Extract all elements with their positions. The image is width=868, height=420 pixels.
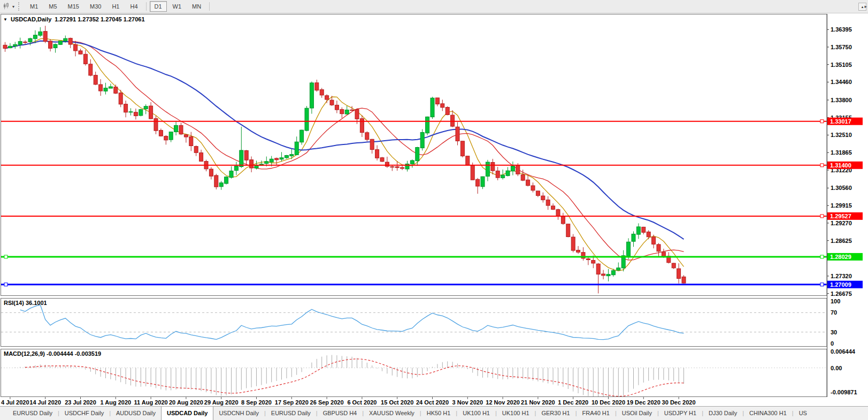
toolbar-drag-handle[interactable] bbox=[18, 2, 21, 11]
timeframe-button-h4[interactable]: H4 bbox=[125, 1, 142, 12]
rsi-layer bbox=[20, 305, 684, 340]
date-axis-label: 20 Aug 2020 bbox=[169, 399, 203, 406]
trading-platform-window: ▾ M1M5M15M30H1H4D1W1MN ▴ 1.363951.357501… bbox=[0, 0, 868, 420]
chart-tab-us-17[interactable]: US bbox=[794, 407, 812, 420]
price-tick-label: 1.33800 bbox=[831, 97, 852, 103]
moving-averages-layer bbox=[5, 39, 684, 271]
date-axis-label: 15 Oct 2020 bbox=[381, 399, 413, 406]
date-axis-label: 8 Sep 2020 bbox=[241, 399, 272, 406]
price-chart-plot[interactable]: 1.363951.357501.351051.344601.338001.331… bbox=[0, 14, 868, 406]
chart-toolbar-icon[interactable] bbox=[2, 2, 12, 11]
hline-handle[interactable] bbox=[4, 255, 7, 258]
chart-title: ▼ USDCAD,Daily 1.27291 1.27352 1.27045 1… bbox=[3, 16, 145, 22]
price-tick-label: 1.29915 bbox=[831, 202, 852, 209]
chart-tab-hk50-h1-8[interactable]: HK50 H1 bbox=[421, 407, 456, 420]
chart-tab-eurusd-daily-5[interactable]: EURUSD Daily bbox=[266, 407, 316, 420]
date-axis-label: 4 Jul 2020 bbox=[1, 399, 29, 406]
rsi-indicator-label: RSI(14) 36.1001 bbox=[4, 300, 47, 306]
timeframe-button-mn[interactable]: MN bbox=[187, 1, 206, 12]
chart-ohlc-values: 1.27291 1.27352 1.27045 1.27061 bbox=[55, 16, 144, 22]
date-axis-label: 1 Aug 2020 bbox=[100, 399, 131, 406]
chart-tab-eurusd-daily-0[interactable]: EURUSD Daily bbox=[7, 407, 58, 420]
chart-tab-usdjpy-h1-14[interactable]: USDJPY H1 bbox=[659, 407, 702, 420]
chart-tab-gbpusd-h4-6[interactable]: GBPUSD H4 bbox=[318, 407, 363, 420]
hline-handle[interactable] bbox=[820, 215, 824, 218]
chart-collapse-arrow-icon[interactable]: ▼ bbox=[3, 17, 7, 22]
price-tick-label: 1.32510 bbox=[831, 132, 852, 138]
price-tick-label: 1.30560 bbox=[831, 185, 852, 191]
date-axis-label: 23 Jul 2020 bbox=[65, 399, 96, 406]
chart-tab-usdcad-daily-3[interactable]: USDCAD Daily bbox=[161, 407, 213, 420]
rsi-scale-label: 30 bbox=[831, 329, 837, 335]
macd-scale-label: -0.009871 bbox=[831, 389, 857, 395]
price-tick-label: 1.28625 bbox=[831, 238, 852, 244]
price-tick-label: 1.36395 bbox=[831, 26, 852, 33]
price-tick-label: 1.29270 bbox=[831, 220, 852, 226]
ma-13-line bbox=[5, 41, 684, 261]
timeframe-button-m1[interactable]: M1 bbox=[25, 1, 43, 12]
hline-handle[interactable] bbox=[820, 120, 824, 123]
timeframes-toolbar: ▾ M1M5M15M30H1H4D1W1MN ▴ bbox=[0, 0, 868, 13]
chart-tab-uk100-h1-10[interactable]: UK100 H1 bbox=[497, 407, 535, 420]
date-axis-label: 14 Jul 2020 bbox=[29, 399, 61, 406]
chart-tab-usdchf-daily-1[interactable]: USDCHF Daily bbox=[59, 407, 109, 420]
hline-handle[interactable] bbox=[4, 283, 7, 286]
rsi-line bbox=[20, 305, 684, 340]
chart-tab-xauusd-weekly-7[interactable]: XAUUSD Weekly bbox=[364, 407, 420, 420]
macd-scale-label: 0.00 bbox=[831, 365, 842, 371]
price-tick-label: 1.35750 bbox=[831, 44, 852, 50]
tabbar-scroll-right-icon[interactable]: ▸ bbox=[864, 4, 867, 9]
date-axis-label: 30 Dec 2020 bbox=[662, 399, 696, 406]
date-axis-label: 17 Sep 2020 bbox=[275, 399, 309, 406]
chart-tab-usdcnh-daily-4[interactable]: USDCNH Daily bbox=[213, 407, 264, 420]
price-tag-label: 1.33017 bbox=[830, 118, 851, 125]
chart-tab-fra40-h1-12[interactable]: FRA40 H1 bbox=[577, 407, 615, 420]
chart-tab-audusd-daily-2[interactable]: AUDUSD Daily bbox=[111, 407, 161, 420]
hline-handle[interactable] bbox=[820, 283, 824, 286]
ma-6-line bbox=[5, 39, 684, 271]
date-axis-label: 24 Oct 2020 bbox=[416, 399, 449, 406]
date-axis-label: 3 Nov 2020 bbox=[452, 399, 483, 406]
timeframe-button-d1[interactable]: D1 bbox=[150, 1, 167, 12]
candlestick-icon bbox=[3, 2, 11, 10]
price-tick-label: 1.31865 bbox=[831, 149, 852, 156]
price-tag-label: 1.29527 bbox=[830, 213, 851, 219]
price-tick-label: 1.27320 bbox=[831, 273, 852, 279]
timeframe-button-h1[interactable]: H1 bbox=[107, 1, 124, 12]
hline-handle[interactable] bbox=[820, 164, 824, 167]
macd-signal-line bbox=[25, 359, 683, 396]
macd-scale-label: 0.006444 bbox=[831, 348, 856, 355]
price-tick-label: 1.34460 bbox=[831, 79, 852, 85]
timeframe-button-w1[interactable]: W1 bbox=[168, 1, 187, 12]
timeframe-button-m5[interactable]: M5 bbox=[44, 1, 62, 12]
toolbar-separator bbox=[209, 2, 210, 11]
price-tag-label: 1.28029 bbox=[830, 254, 851, 260]
chart-window: 1.363951.357501.351051.344601.338001.331… bbox=[0, 14, 868, 406]
price-tick-label: 1.35105 bbox=[831, 62, 852, 68]
timeframe-buttons: M1M5M15M30H1H4D1W1MN bbox=[25, 1, 206, 12]
chart-symbol-period: USDCAD,Daily bbox=[11, 16, 51, 22]
price-tag-label: 1.31400 bbox=[830, 162, 851, 169]
timeframe-button-m15[interactable]: M15 bbox=[63, 1, 84, 12]
chevron-down-icon[interactable]: ▾ bbox=[12, 4, 14, 9]
price-tag-label: 1.27009 bbox=[830, 281, 851, 288]
macd-layer bbox=[15, 355, 683, 400]
timeframe-button-m30[interactable]: M30 bbox=[85, 1, 106, 12]
chart-tab-uk100-h1-9[interactable]: UK100 H1 bbox=[457, 407, 495, 420]
date-axis-label: 19 Dec 2020 bbox=[627, 399, 660, 406]
date-axis-label: 6 Oct 2020 bbox=[347, 399, 377, 406]
date-axis-label: 21 Nov 2020 bbox=[521, 399, 555, 406]
horizontal-line-objects[interactable]: 1.330171.314001.295271.280291.27009 bbox=[1, 118, 863, 288]
chart-tab-dj30-daily-15[interactable]: DJ30 Daily bbox=[703, 407, 742, 420]
hline-handle[interactable] bbox=[820, 255, 824, 258]
date-axis-label: 1 Dec 2020 bbox=[558, 399, 588, 406]
date-axis-label: 11 Aug 2020 bbox=[134, 399, 168, 406]
toolbar-separator bbox=[146, 2, 147, 11]
candles-layer bbox=[3, 26, 686, 293]
rsi-scale-label: 0 bbox=[831, 340, 834, 347]
price-tick-label: 1.26675 bbox=[831, 291, 852, 297]
chart-tab-ger30-h1-11[interactable]: GER30 H1 bbox=[536, 407, 575, 420]
chart-tab-usoil-daily-13[interactable]: USOil Daily bbox=[617, 407, 657, 420]
date-axis-label: 12 Nov 2020 bbox=[486, 399, 520, 406]
chart-tab-china300-h1-16[interactable]: CHINA300 H1 bbox=[744, 407, 792, 420]
